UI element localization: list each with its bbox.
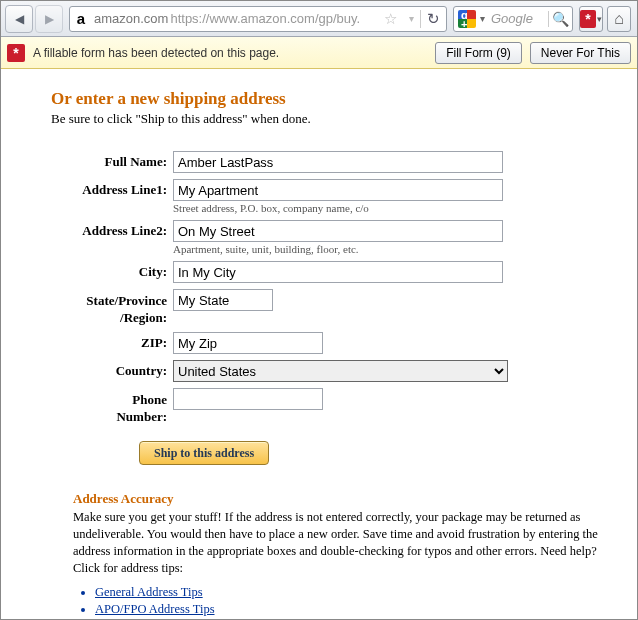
url-dropdown-icon[interactable]: ▾ [403,13,420,24]
site-favicon: a [70,10,92,27]
chevron-down-icon: ▾ [597,14,602,24]
accuracy-body: Make sure you get your stuff! If the add… [73,509,621,577]
zip-label: ZIP: [51,332,173,351]
full-name-input[interactable] [173,151,503,173]
general-address-tips-link[interactable]: General Address Tips [95,585,203,599]
arrow-right-icon [45,11,54,26]
full-name-label: Full Name: [51,151,173,170]
arrow-left-icon [15,11,24,26]
infobar-message: A fillable form has been detected on thi… [33,46,279,60]
fill-form-button[interactable]: Fill Form (9) [435,42,522,64]
state-label: State/Province/Region: [51,289,173,326]
phone-input[interactable] [173,388,323,410]
list-item: General Address Tips [95,585,621,600]
search-engine-dropdown-icon[interactable]: ▾ [480,13,489,24]
home-icon: ⌂ [614,10,624,28]
phone-label: PhoneNumber: [51,388,173,425]
form-detected-infobar: * A fillable form has been detected on t… [1,37,637,69]
lastpass-icon: * [7,44,25,62]
forward-button[interactable] [35,5,63,33]
address1-input[interactable] [173,179,503,201]
bookmark-star-icon[interactable]: ☆ [378,10,403,28]
lastpass-toolbar-button[interactable]: *▾ [579,6,603,32]
browser-search-box[interactable]: ▾ Google 🔍 [453,6,573,32]
search-placeholder: Google [489,11,548,26]
accuracy-heading: Address Accuracy [73,491,621,507]
search-icon[interactable]: 🔍 [548,11,572,27]
url-bar[interactable]: a amazon.com https://www.amazon.com/gp/b… [69,6,447,32]
list-item: APO/FPO Address Tips [95,602,621,617]
address1-label: Address Line1: [51,179,173,198]
url-rest: https://www.amazon.com/gp/buy. [170,11,378,26]
lastpass-icon: * [580,10,596,28]
country-label: Country: [51,360,173,379]
ship-to-address-button[interactable]: Ship to this address [139,441,269,465]
section-heading: Or enter a new shipping address [51,89,625,109]
address2-hint: Apartment, suite, unit, building, floor,… [173,243,503,255]
address2-input[interactable] [173,220,503,242]
zip-input[interactable] [173,332,323,354]
city-input[interactable] [173,261,503,283]
address1-hint: Street address, P.O. box, company name, … [173,202,503,214]
url-host: amazon.com [92,11,170,26]
google-icon [458,10,476,28]
city-label: City: [51,261,173,280]
apo-fpo-address-tips-link[interactable]: APO/FPO Address Tips [95,602,215,616]
back-button[interactable] [5,5,33,33]
page-content: Or enter a new shipping address Be sure … [1,69,637,620]
address-accuracy-section: Address Accuracy Make sure you get your … [51,491,625,617]
never-for-this-button[interactable]: Never For This [530,42,631,64]
browser-toolbar: a amazon.com https://www.amazon.com/gp/b… [1,1,637,37]
reload-button[interactable]: ↻ [420,10,446,28]
address2-label: Address Line2: [51,220,173,239]
home-button[interactable]: ⌂ [607,6,631,32]
section-subtext: Be sure to click "Ship to this address" … [51,111,625,127]
state-input[interactable] [173,289,273,311]
country-select[interactable]: United States [173,360,508,382]
